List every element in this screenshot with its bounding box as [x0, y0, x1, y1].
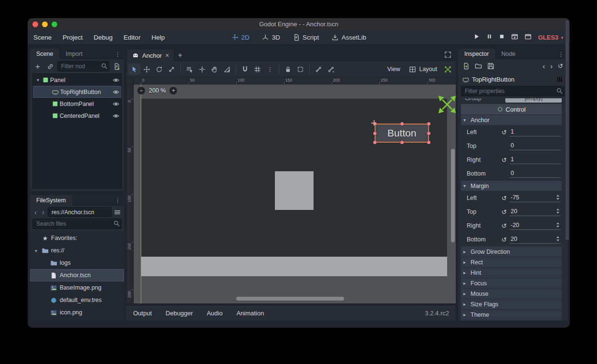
select-tool-icon[interactable]: [128, 63, 140, 75]
titlebar[interactable]: Godot Engine - - Anchor.tscn: [28, 18, 570, 30]
visibility-toggle-icon[interactable]: [113, 113, 119, 119]
play-scene-button[interactable]: [511, 33, 518, 42]
property-value-field[interactable]: 0: [510, 170, 561, 178]
history-forward-icon[interactable]: ›: [550, 62, 553, 70]
property-value-field[interactable]: 20: [510, 208, 561, 216]
section-anchor[interactable]: ▾Anchor: [461, 115, 562, 125]
play-button[interactable]: [473, 33, 480, 42]
add-node-button[interactable]: +: [32, 61, 43, 72]
scene-tree-item-toprightbutton[interactable]: TopRightButton: [33, 86, 121, 98]
menu-scene[interactable]: Scene: [33, 34, 52, 41]
filesystem-item-res[interactable]: ▾res://: [30, 244, 124, 257]
dock-menu-icon[interactable]: ⋮: [115, 51, 124, 59]
close-window-button[interactable]: [32, 21, 38, 27]
history-back-icon[interactable]: ‹: [32, 208, 39, 216]
save-resource-icon[interactable]: [487, 62, 494, 70]
grid-snap-icon[interactable]: [251, 63, 263, 75]
zoom-in-button[interactable]: +: [169, 87, 177, 94]
snap-options-icon[interactable]: ⋮: [264, 63, 276, 75]
section-custom-styles[interactable]: ▸Custom Styles: [461, 320, 562, 321]
skeleton-options-icon[interactable]: [325, 63, 337, 75]
instance-scene-button[interactable]: [45, 61, 55, 72]
split-mode-icon[interactable]: [113, 209, 122, 216]
workspace-2d[interactable]: 2D: [231, 34, 250, 41]
workspace-3d[interactable]: 3D: [262, 34, 280, 41]
workspace-script[interactable]: Script: [293, 34, 319, 41]
property-value[interactable]: [empty]: [505, 98, 562, 103]
filesystem-item-baseimage-png[interactable]: BaseImage.png: [30, 281, 124, 294]
minimize-window-button[interactable]: [42, 21, 48, 27]
selection-handle[interactable]: [400, 141, 404, 144]
filesystem-item-default-env-tres[interactable]: default_env.tres: [30, 294, 124, 306]
revert-icon[interactable]: ↺: [500, 156, 508, 164]
ruler-top[interactable]: 050100150200250300: [134, 77, 456, 84]
zoom-out-button[interactable]: −: [137, 87, 145, 94]
revert-icon[interactable]: ↺: [500, 129, 508, 136]
layout-button[interactable]: Layout: [405, 63, 441, 75]
renderer-selector[interactable]: GLES3 ▼: [538, 34, 564, 41]
selection-handle[interactable]: [373, 141, 377, 144]
search-files-input[interactable]: [32, 218, 122, 229]
section-mouse[interactable]: ▸Mouse: [461, 289, 562, 299]
filter-properties-input[interactable]: [461, 86, 565, 96]
rotate-tool-icon[interactable]: [153, 63, 165, 75]
tab-inspector[interactable]: Inspector: [458, 49, 495, 59]
object-tools-icon[interactable]: [556, 76, 563, 83]
property-value-field[interactable]: 1: [510, 156, 561, 164]
section-focus[interactable]: ▸Focus: [461, 278, 562, 288]
move-tool-icon[interactable]: [141, 63, 153, 75]
scale-tool-icon[interactable]: [166, 63, 178, 75]
property-value-field[interactable]: -75: [510, 194, 561, 202]
pause-button[interactable]: [486, 33, 492, 42]
tab-scene[interactable]: Scene: [30, 49, 59, 59]
section-size-flags[interactable]: ▸Size Flags: [461, 299, 562, 309]
filesystem-item-icon-png[interactable]: icon.png: [30, 306, 124, 319]
revert-icon[interactable]: ↺: [500, 236, 508, 243]
filesystem-item-anchor-tscn[interactable]: Anchor.tscn: [30, 269, 124, 281]
section-margin[interactable]: ▾Margin: [461, 181, 562, 191]
spinner-updown-icon[interactable]: [556, 236, 560, 241]
close-icon[interactable]: ×: [165, 52, 169, 59]
zoom-window-button[interactable]: [52, 21, 57, 27]
anchor-gizmo[interactable]: [437, 94, 456, 114]
history-back-icon[interactable]: ‹: [543, 62, 545, 70]
menu-debug[interactable]: Debug: [94, 34, 113, 41]
filesystem-item-favorites[interactable]: ★Favorites:: [30, 232, 124, 244]
bottom-panel-animation[interactable]: Animation: [236, 310, 264, 317]
scene-tree-item-bottompanel[interactable]: BottomPanel: [33, 98, 121, 110]
visibility-toggle-icon[interactable]: [113, 101, 119, 107]
revert-icon[interactable]: ↺: [500, 208, 508, 216]
tab-import[interactable]: Import: [59, 49, 88, 59]
bottom-panel-debugger[interactable]: Debugger: [166, 310, 193, 317]
list-select-icon[interactable]: [184, 63, 196, 75]
selection-handle[interactable]: [373, 132, 377, 135]
horizontal-scrollbar[interactable]: [236, 297, 344, 301]
pan-icon[interactable]: [209, 63, 220, 75]
current-path[interactable]: res://Anchor.tscn: [48, 207, 112, 217]
tab-node[interactable]: Node: [495, 49, 522, 59]
pivot-icon[interactable]: [196, 63, 208, 75]
skeleton-icon[interactable]: [313, 63, 325, 75]
object-history-icon[interactable]: ↺: [558, 62, 563, 70]
scene-tree-item-panel[interactable]: ▾Panel: [33, 74, 121, 86]
zoom-level[interactable]: 200 %: [149, 87, 166, 94]
menu-help[interactable]: Help: [151, 34, 165, 41]
view-button[interactable]: View: [383, 63, 405, 75]
revert-icon[interactable]: ↺: [500, 195, 508, 202]
ruler-left[interactable]: 050100150200: [126, 84, 134, 303]
tab-anchor-scene[interactable]: Anchor ×: [127, 49, 174, 62]
group-object-icon[interactable]: [294, 63, 306, 75]
vertical-scrollbar[interactable]: [451, 149, 455, 242]
scene-tree-item-centeredpanel[interactable]: CenteredPanel: [33, 110, 121, 122]
spinner-updown-icon[interactable]: [556, 222, 560, 228]
filesystem-item-logs[interactable]: logs: [30, 257, 124, 269]
viewport-2d[interactable]: Button: [134, 84, 456, 303]
bottom-panel-audio[interactable]: Audio: [207, 310, 222, 317]
selection-handle[interactable]: [427, 132, 430, 135]
section-theme[interactable]: ▸Theme: [461, 310, 562, 320]
property-value-field[interactable]: -20: [510, 222, 561, 230]
section-rect[interactable]: ▸Rect: [461, 257, 562, 267]
anchor-preset-icon[interactable]: [442, 63, 454, 75]
button-node-canvas[interactable]: Button: [375, 124, 429, 143]
selection-handle[interactable]: [427, 122, 430, 125]
